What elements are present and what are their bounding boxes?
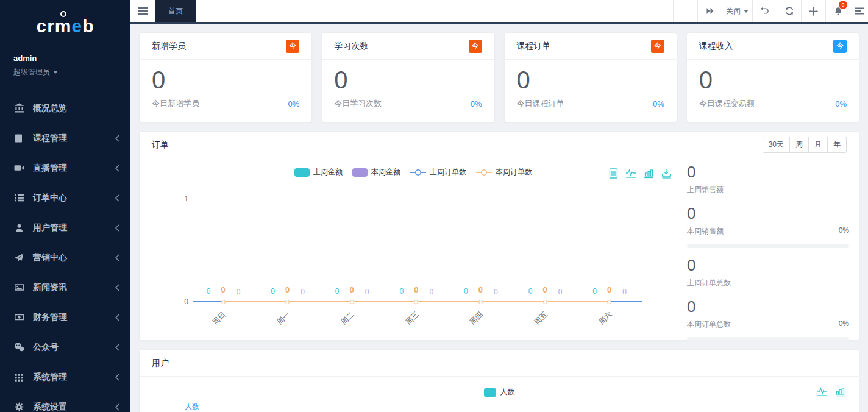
range-month-button[interactable]: 月 (809, 137, 828, 153)
file-icon[interactable] (609, 168, 618, 179)
data-label: 0 (523, 287, 538, 296)
data-label: 0 (231, 288, 246, 296)
stat-card-new-students: 新增学员今 0 今日新增学员0% (139, 32, 312, 123)
caret-down-icon (744, 10, 749, 13)
chevron-left-icon (115, 165, 119, 172)
data-label: 0 (588, 287, 602, 296)
data-label: 0 (266, 287, 280, 296)
sidebar-item-label: 概况总览 (33, 103, 119, 114)
stat-value: 0 (687, 205, 849, 222)
stat-line: 0 上周订单总数 (687, 257, 849, 288)
fullscreen-move-button[interactable] (801, 0, 825, 22)
sidebar-item-users[interactable]: 用户管理 (0, 213, 130, 243)
line-chart-icon[interactable] (625, 168, 636, 179)
x-axis-label: 周一 (261, 310, 293, 341)
sidebar-item-finance[interactable]: 财务管理 (0, 302, 130, 332)
sidebar-item-marketing[interactable]: 营销中心 (0, 243, 130, 272)
data-label: 0 (602, 285, 617, 294)
line-point-marker (478, 300, 483, 304)
range-week-button[interactable]: 周 (790, 137, 809, 153)
tags-list-button[interactable] (850, 0, 868, 22)
sidebar-item-label: 新闻资讯 (33, 282, 115, 293)
chevron-down-icon (53, 71, 58, 74)
logo-text-end: b (82, 16, 94, 37)
sidebar-item-system-settings[interactable]: 系统设置 (0, 392, 130, 412)
gear-icon (13, 402, 24, 412)
sidebar-item-label: 财务管理 (33, 312, 115, 323)
sidebar-item-label: 系统设置 (33, 402, 115, 412)
sidebar-menu: 概况总览 课程管理 直播管理 订单中心 (0, 93, 130, 412)
notifications-bell-button[interactable]: 0 (825, 0, 850, 22)
sidebar-item-courses[interactable]: 课程管理 (0, 123, 130, 153)
close-tabs-dropdown[interactable]: 关闭 (722, 0, 752, 22)
card-title: 课程收入 (699, 41, 733, 52)
bar-chart-icon[interactable] (835, 386, 845, 397)
user-role-dropdown[interactable]: 超级管理员 (13, 67, 130, 77)
range-year-button[interactable]: 年 (828, 137, 847, 153)
card-percent: 0% (471, 99, 482, 108)
bar-chart-icon[interactable] (644, 168, 654, 179)
data-label: 0 (280, 285, 295, 294)
refresh-icon[interactable] (777, 0, 801, 22)
card-sub-label: 今日新增学员 (152, 98, 199, 109)
line-chart-icon[interactable] (817, 386, 828, 397)
sidebar-item-overview[interactable]: 概况总览 (0, 93, 130, 123)
x-axis-label: 周六 (583, 310, 614, 341)
legend-last-week-amount[interactable]: 上周金额 (294, 167, 343, 177)
line-point-marker (543, 300, 547, 304)
collapse-right-button[interactable] (697, 0, 722, 22)
card-value: 0 (687, 60, 859, 93)
user-icon (13, 222, 24, 233)
sidebar-item-label: 系统管理 (33, 372, 115, 383)
tab-home[interactable]: 首页 (155, 0, 196, 22)
line-swatch (410, 168, 426, 177)
range-30days-button[interactable]: 30天 (763, 137, 790, 153)
data-label: 0 (473, 285, 488, 294)
users-chart-legend[interactable]: 人数 (140, 387, 859, 397)
sidebar-item-system-management[interactable]: 系统管理 (0, 362, 130, 392)
sidebar-item-orders[interactable]: 订单中心 (0, 183, 130, 213)
chart-legend: 上周金额 本周金额 上周订单数 本周订单数 (140, 167, 687, 177)
legend-last-week-orders[interactable]: 上周订单数 (410, 167, 466, 177)
stat-line: 0 本周销售额0% (687, 205, 849, 248)
stat-label: 本周订单总数 (687, 319, 731, 330)
list-icon (13, 193, 24, 203)
y-tick-0: 0 (174, 297, 188, 306)
chevron-left-icon (115, 194, 119, 202)
data-label: 0 (553, 288, 567, 296)
image-icon (13, 282, 24, 293)
data-label: 0 (330, 287, 344, 296)
line-point-marker (607, 300, 611, 304)
bar-swatch (294, 168, 310, 177)
users-axis-label: 人数 (185, 402, 199, 412)
collapse-left-button[interactable] (673, 0, 697, 22)
data-label: 0 (409, 285, 424, 294)
back-button[interactable] (752, 0, 777, 22)
today-badge: 今 (469, 40, 482, 53)
download-icon[interactable] (661, 168, 671, 179)
stat-line: 0 本周订单总数0% (687, 298, 849, 341)
user-block: admin 超级管理员 (0, 54, 130, 77)
card-percent: 0% (835, 99, 847, 108)
sidebar-item-official-account[interactable]: 公众号 (0, 332, 130, 362)
sidebar-item-news[interactable]: 新闻资讯 (0, 272, 130, 302)
sidebar-item-label: 公众号 (33, 342, 115, 353)
data-label: 0 (424, 288, 439, 296)
sidebar-item-live[interactable]: 直播管理 (0, 153, 130, 183)
logo-blue-e: e (72, 16, 83, 37)
legend-this-week-orders[interactable]: 本周订单数 (476, 167, 532, 177)
chevron-left-icon (115, 284, 119, 291)
legend-label: 人数 (500, 387, 515, 397)
user-name: admin (13, 54, 130, 63)
card-value: 0 (505, 60, 677, 93)
stat-label: 上周订单总数 (687, 278, 731, 288)
chevron-left-icon (115, 314, 119, 321)
paper-plane-icon (13, 252, 24, 263)
data-label: 0 (360, 288, 374, 296)
sidebar-item-label: 订单中心 (33, 193, 115, 204)
hamburger-menu-button[interactable] (130, 0, 155, 22)
card-sub-label: 今日课程交易额 (699, 98, 755, 109)
legend-this-week-amount[interactable]: 本周金额 (352, 167, 400, 177)
stat-value: 0 (687, 163, 849, 180)
chevron-left-icon (115, 135, 119, 142)
